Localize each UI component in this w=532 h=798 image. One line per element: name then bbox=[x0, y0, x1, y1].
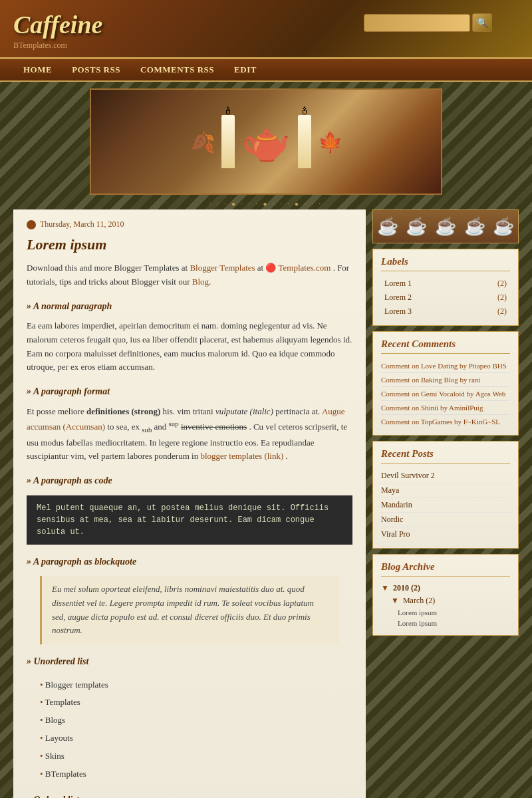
section4-header: A paragraph as blockquote bbox=[27, 555, 352, 569]
leaf-decor-2: 🍁 bbox=[318, 130, 342, 154]
cup-icon-5[interactable]: ☕ bbox=[490, 213, 517, 239]
month-label: March bbox=[403, 596, 424, 605]
archive-post-1[interactable]: Lorem ipsum bbox=[381, 607, 510, 618]
sidebar: ☕ ☕ ☕ ☕ ☕ Labels Lorem 1 (2) Lorem 2 (2)… bbox=[372, 209, 519, 641]
year-label: 2010 bbox=[393, 583, 409, 593]
nav-edit[interactable]: EDIT bbox=[224, 59, 267, 80]
code-block: Mel putent quaeque an, ut postea melius … bbox=[27, 495, 352, 545]
candle-decor bbox=[221, 115, 235, 168]
list-item: Layouts bbox=[40, 730, 352, 747]
post-body: Download this and more Blogger Templates… bbox=[27, 261, 352, 798]
blog-archive-section: Blog Archive ▼ 2010 (2) ▼ March (2) Lore… bbox=[372, 554, 519, 636]
cup-icon-1[interactable]: ☕ bbox=[374, 213, 401, 239]
archive-post-2[interactable]: Lorem ipsum bbox=[381, 618, 510, 628]
list-item: Blogs bbox=[40, 712, 352, 730]
unordered-list: Blogger templates Templates Blogs Layout… bbox=[40, 676, 352, 783]
recent-post-3[interactable]: Mandarin bbox=[381, 498, 510, 513]
site-subtitle: BTemplates.com bbox=[13, 41, 519, 51]
section3-header: A paragraph as code bbox=[27, 473, 352, 488]
teapot-decor: 🫖 bbox=[241, 118, 291, 166]
comment-link-2[interactable]: Comment on Baking Blog by rani bbox=[381, 376, 480, 384]
content-area: Thursday, March 11, 2010 Lorem ipsum Dow… bbox=[13, 209, 366, 798]
comment-item-4: Comment on Shinii by AminilPuig bbox=[381, 401, 510, 415]
recent-posts-title: Recent Posts bbox=[381, 448, 510, 464]
blockquote: Eu mei solum oporteat eleifend, libris n… bbox=[40, 576, 339, 644]
label-count-3: (2) bbox=[497, 307, 507, 317]
section1-text: Ea eam labores imperdiet, apeirian democ… bbox=[27, 319, 352, 374]
sub-text: sub bbox=[142, 426, 152, 434]
month-count: (2) bbox=[426, 596, 435, 605]
recent-post-5[interactable]: Viral Pro bbox=[381, 527, 510, 541]
archive-year-2010[interactable]: ▼ 2010 (2) bbox=[381, 582, 510, 595]
recent-comments-title: Recent Comments bbox=[381, 338, 510, 354]
cup-icon-2[interactable]: ☕ bbox=[403, 213, 430, 239]
recent-posts-section: Recent Posts Devil Survivor 2 Maya Manda… bbox=[372, 441, 519, 549]
section2-text: Et posse meliore definitiones (strong) h… bbox=[27, 405, 352, 464]
comment-link-5[interactable]: Comment on TopGames by F~KinG~SL bbox=[381, 418, 500, 426]
post-date: Thursday, March 11, 2010 bbox=[27, 219, 352, 229]
recent-comments-section: Recent Comments Comment on Love Dating b… bbox=[372, 331, 519, 436]
site-header: Caffeine BTemplates.com 🔍 bbox=[0, 0, 532, 59]
label-item-2[interactable]: Lorem 2 (2) bbox=[381, 291, 510, 305]
navigation: HOME POSTS RSS COMMENTS RSS EDIT bbox=[0, 59, 532, 82]
label-name-2: Lorem 2 bbox=[384, 293, 412, 303]
cup-icon-3[interactable]: ☕ bbox=[432, 213, 459, 239]
post-date-text: Thursday, March 11, 2010 bbox=[40, 219, 124, 229]
comment-link-3[interactable]: Comment on Gemi Vocaloid by Agos Web bbox=[381, 390, 505, 398]
nav-comments-rss[interactable]: COMMENTS RSS bbox=[130, 59, 224, 80]
sup-text: sup bbox=[169, 420, 179, 428]
section1-header: A normal paragraph bbox=[27, 299, 352, 314]
month-toggle: ▼ bbox=[391, 596, 399, 605]
year-toggle: ▼ bbox=[381, 583, 389, 593]
italic-text: vulputate (italic) bbox=[215, 406, 273, 416]
recent-post-4[interactable]: Nordic bbox=[381, 513, 510, 527]
blog-link[interactable]: Blog bbox=[192, 277, 209, 287]
main-wrapper: Thursday, March 11, 2010 Lorem ipsum Dow… bbox=[0, 209, 532, 798]
search-input[interactable] bbox=[364, 14, 470, 32]
date-icon bbox=[27, 220, 36, 229]
label-count-2: (2) bbox=[497, 293, 507, 303]
label-count-1: (2) bbox=[497, 279, 507, 289]
cup-icon-4[interactable]: ☕ bbox=[462, 213, 488, 239]
nav-home[interactable]: HOME bbox=[13, 59, 62, 80]
dots-decoration: · · · ● · · · ● · · · ● · · · bbox=[0, 198, 532, 209]
cups-bar: ☕ ☕ ☕ ☕ ☕ bbox=[372, 209, 519, 243]
comment-link-1[interactable]: Comment on Love Dating by Pitapeo BHS bbox=[381, 362, 507, 370]
label-name-3: Lorem 3 bbox=[384, 307, 412, 317]
comment-item-2: Comment on Baking Blog by rani bbox=[381, 373, 510, 387]
recent-post-2[interactable]: Maya bbox=[381, 483, 510, 498]
section2-header: A paragraph format bbox=[27, 384, 352, 399]
post-title: Lorem ipsum bbox=[27, 236, 352, 253]
archive-month-march[interactable]: ▼ March (2) bbox=[381, 595, 510, 607]
recent-post-1[interactable]: Devil Survivor 2 bbox=[381, 469, 510, 483]
candle-decor-2 bbox=[298, 115, 311, 168]
search-bar: 🔍 bbox=[364, 13, 492, 32]
labels-section: Labels Lorem 1 (2) Lorem 2 (2) Lorem 3 (… bbox=[372, 249, 519, 326]
comment-item-3: Comment on Gemi Vocaloid by Agos Web bbox=[381, 387, 510, 401]
label-item-1[interactable]: Lorem 1 (2) bbox=[381, 277, 510, 291]
labels-title: Labels bbox=[381, 256, 510, 271]
comment-item-5: Comment on TopGames by F~KinG~SL bbox=[381, 415, 510, 428]
year-count: (2) bbox=[411, 583, 420, 593]
section5-header: Unordered list bbox=[27, 654, 352, 669]
search-button[interactable]: 🔍 bbox=[472, 13, 492, 32]
leaf-decor: 🍂 bbox=[190, 130, 215, 154]
label-name-1: Lorem 1 bbox=[384, 279, 412, 289]
comment-link-4[interactable]: Comment on Shinii by AminilPuig bbox=[381, 404, 483, 412]
list-item: Blogger templates bbox=[40, 676, 352, 694]
list-item: Skins bbox=[40, 747, 352, 765]
label-item-3[interactable]: Lorem 3 (2) bbox=[381, 305, 510, 319]
post-intro: Download this and more Blogger Templates… bbox=[27, 261, 352, 289]
list-item: BTemplates bbox=[40, 765, 352, 783]
section6-header: Ordered list bbox=[27, 793, 352, 798]
btemplates-link[interactable]: Blogger Templates bbox=[190, 263, 255, 273]
blog-archive-title: Blog Archive bbox=[381, 561, 510, 577]
bold-text: definitiones (strong) bbox=[86, 406, 160, 416]
templates-com-link[interactable]: 🔴 Templates.com bbox=[265, 263, 331, 273]
list-item: Templates bbox=[40, 694, 352, 712]
nav-posts-rss[interactable]: POSTS RSS bbox=[62, 59, 130, 80]
comment-item-1: Comment on Love Dating by Pitapeo BHS bbox=[381, 359, 510, 373]
intro-at: at bbox=[257, 263, 266, 273]
blogger-templates-link[interactable]: blogger templates (link) bbox=[200, 451, 283, 461]
strikethrough-text: inventive emotions bbox=[181, 422, 247, 432]
